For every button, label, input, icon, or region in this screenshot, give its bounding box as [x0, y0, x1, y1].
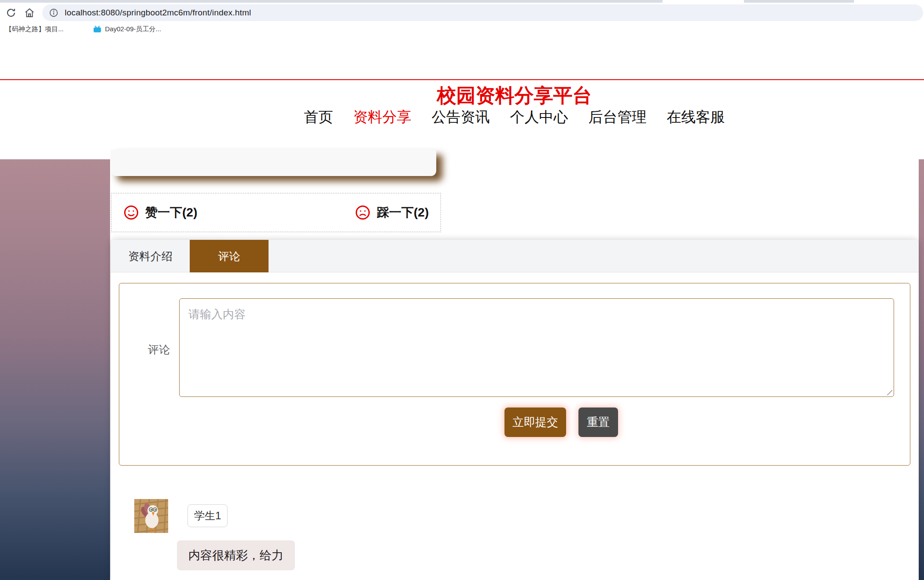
comment-input[interactable]	[179, 298, 894, 397]
reset-button[interactable]: 重置	[578, 407, 618, 437]
commenter-avatar	[134, 499, 168, 533]
detail-tabs-card: 资料介绍 评论 评论 立即提交 重置	[111, 240, 919, 580]
tab-material-intro[interactable]: 资料介绍	[111, 240, 190, 272]
bookmarks-bar: 【码神之路】项目... Day02-09-员工分...	[0, 23, 924, 35]
site-info-icon[interactable]	[49, 8, 59, 18]
submit-button[interactable]: 立即提交	[504, 407, 566, 437]
dislike-button[interactable]: 踩一下(2)	[355, 204, 429, 221]
dislike-label: 踩一下(2)	[377, 204, 429, 221]
nav-item-announcements[interactable]: 公告资讯	[432, 107, 490, 127]
main-nav: 首页 资料分享 公告资讯 个人中心 后台管理 在线客服	[110, 107, 919, 127]
header-divider	[0, 79, 924, 80]
bookmark-label: Day02-09-员工分...	[105, 25, 162, 33]
frown-face-icon	[355, 205, 371, 220]
nav-item-customer-service[interactable]: 在线客服	[667, 107, 725, 127]
comment-bubble: 内容很精彩，给力	[177, 540, 295, 570]
site-header: 校园资料分享平台 首页 资料分享 公告资讯 个人中心 后台管理 在线客服	[0, 35, 924, 159]
like-button[interactable]: 赞一下(2)	[123, 204, 197, 221]
smile-face-icon	[123, 205, 139, 220]
bilibili-tv-icon	[93, 26, 102, 33]
like-label: 赞一下(2)	[145, 204, 197, 221]
comment-form: 评论 立即提交 重置	[119, 283, 910, 466]
reaction-bar: 赞一下(2) 踩一下(2)	[111, 193, 441, 232]
nav-item-home[interactable]: 首页	[304, 107, 333, 127]
bookmark-item[interactable]: Day02-09-员工分...	[93, 25, 162, 33]
page-background: 赞一下(2) 踩一下(2) 资料介绍	[0, 159, 924, 580]
page-title: 校园资料分享平台	[110, 83, 919, 109]
material-card-bottom	[111, 150, 436, 176]
commenter-name-text: 学生1	[194, 509, 221, 523]
tab-bar: 资料介绍 评论	[111, 240, 919, 272]
address-bar[interactable]: localhost:8080/springboot2mc6m/front/ind…	[42, 4, 923, 21]
nav-item-material-share[interactable]: 资料分享	[353, 107, 412, 127]
bookmark-label: 【码神之路】项目...	[5, 25, 64, 33]
commenter-name: 学生1	[188, 504, 228, 527]
browser-toolbar: localhost:8080/springboot2mc6m/front/ind…	[0, 3, 924, 23]
tab-comments[interactable]: 评论	[190, 240, 269, 272]
home-icon[interactable]	[23, 6, 36, 19]
nav-item-admin[interactable]: 后台管理	[589, 107, 647, 127]
url-text[interactable]: localhost:8080/springboot2mc6m/front/ind…	[65, 8, 251, 18]
bookmark-item[interactable]: 【码神之路】项目...	[5, 25, 64, 33]
nav-item-personal-center[interactable]: 个人中心	[510, 107, 568, 127]
content-column: 赞一下(2) 踩一下(2) 资料介绍	[110, 159, 919, 580]
browser-window: localhost:8080/springboot2mc6m/front/ind…	[0, 0, 924, 580]
comment-form-label: 评论	[148, 342, 170, 357]
reload-icon[interactable]	[4, 6, 18, 19]
comment-list-item: 学生1 内容很精彩，给力	[111, 499, 919, 580]
